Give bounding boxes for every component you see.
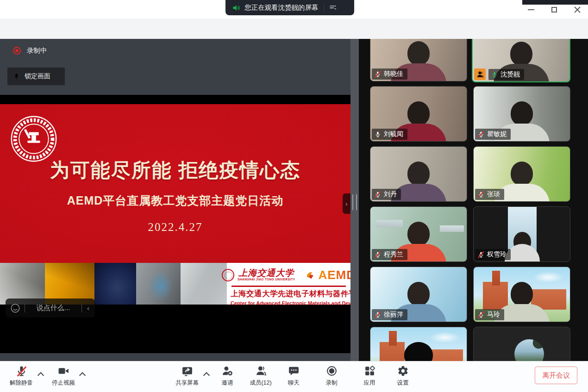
unmute-label: 解除静音 [10,379,33,387]
mic-muted-icon [375,70,381,78]
record-button[interactable]: 录制 [313,365,350,387]
recording-indicator: 录制中 [13,46,47,55]
participant-tile[interactable]: 刘丹 [370,146,467,202]
unmute-button[interactable]: 解除静音 [3,365,40,387]
invite-label: 邀请 [222,379,233,387]
corner-notch [522,0,588,5]
collapse-chat-icon[interactable]: ‹ [86,304,90,312]
participant-tile-active-speaker[interactable]: 沈赟靓 [472,39,570,82]
watching-banner: 您正在观看沈赟靓的屏幕 [225,0,354,15]
leave-meeting-button[interactable]: 离开会议 [535,367,577,384]
banner-divider [324,4,324,12]
apps-label: 应用 [364,379,375,387]
mic-muted-icon [375,251,381,258]
camera-icon [58,365,69,377]
chat-icon [288,365,300,377]
mic-muted-icon [478,191,484,198]
participant-tile[interactable]: 马玲 [473,267,570,322]
slide-date: 2022.4.27 [0,221,350,234]
maximize-button[interactable] [548,5,560,15]
members-label: 成员(12) [250,379,271,387]
platform-name-cn: 上海交通大学先进电子材料与器件平台 [231,289,347,299]
title-bar: 您正在观看沈赟靓的屏幕 [0,0,588,19]
lock-view-label: 锁定画面 [25,72,50,81]
members-button[interactable]: 成员(12) [242,365,279,387]
watching-banner-text: 您正在观看沈赟靓的屏幕 [244,3,319,12]
apps-icon [364,365,375,377]
recording-dot-icon [13,47,21,55]
participant-name-chip: 瞿敏妮 [475,129,511,140]
chat-label: 聊天 [288,379,300,387]
shared-screen-stage: 录制中 锁定画面 为可能尽所能 拒绝疫情心态 AEMD平台直属教工党支部主题党日… [0,39,350,361]
participant-tile[interactable]: 张琰 [473,146,570,202]
invite-icon [222,365,233,377]
stop-video-button[interactable]: 停止视频 [45,365,82,387]
participant-avatar [514,339,544,361]
settings-label: 设置 [397,379,409,387]
apps-button[interactable]: 应用 [351,365,388,387]
share-screen-label: 共享屏幕 [175,379,199,387]
settings-button[interactable]: 设置 [384,365,421,387]
participant-name: 刘丹 [384,190,397,199]
minimize-button[interactable] [525,5,537,15]
slide-subtitle: AEMD平台直属教工党支部主题党日活动 [0,193,350,208]
participant-name: 刘毓闻 [384,130,403,138]
participants-video-panel: 韩晓佳 沈赟靓 刘毓闻 瞿敏妮 [359,39,588,361]
mic-active-icon [491,71,498,78]
participant-tile[interactable] [370,327,467,361]
close-button[interactable] [571,5,583,15]
mic-muted-icon [478,251,484,258]
divider-grip-icon [352,194,357,210]
gear-icon [397,365,409,377]
chat-button[interactable]: 聊天 [275,365,312,387]
participant-name: 徐丽萍 [384,311,403,319]
participant-name: 程秀兰 [384,250,403,259]
participant-tile[interactable]: 韩晓佳 [370,39,467,81]
participant-name: 瞿敏妮 [487,130,507,138]
banner-menu-icon[interactable] [328,4,338,12]
mic-muted-icon [478,131,484,138]
participant-video [508,207,537,261]
participant-name: 马玲 [487,311,500,319]
meeting-toolbar: 01:45:33 演讲者视图 [0,19,588,39]
participant-name-chip: 徐丽萍 [372,309,407,320]
lock-view-button[interactable]: 锁定画面 [7,68,65,85]
mic-options-chevron[interactable] [38,372,44,377]
participant-tile[interactable]: 程秀兰 [370,206,467,262]
share-screen-button[interactable]: 共享屏幕 [169,365,206,387]
lab-photo-equipment [181,263,227,305]
chat-divider [81,304,82,312]
lab-photo-wafer [94,263,136,305]
participant-tile[interactable] [473,327,570,361]
participant-tile[interactable]: 瞿敏妮 [473,86,570,142]
chat-input[interactable]: 说点什么... [29,304,77,312]
participant-tile[interactable]: 刘毓闻 [370,86,467,142]
mic-on-icon [375,131,381,138]
mic-muted-icon [375,311,381,318]
stop-video-label: 停止视频 [52,379,75,387]
participant-tile[interactable]: 徐丽萍 [370,267,467,322]
members-icon [255,365,267,377]
invite-button[interactable]: 邀请 [209,365,246,387]
participant-name-chip: 沈赟靓 [488,69,524,80]
emoji-icon[interactable] [10,303,20,313]
meeting-app-window: 您正在观看沈赟靓的屏幕 01:45:33 演讲者视图 [0,0,588,392]
lab-photo-technician [136,263,181,305]
record-label: 录制 [326,379,338,387]
mic-muted-icon [16,365,27,377]
participant-name-chip: 刘毓闻 [372,129,407,140]
aemd-swoosh-icon [304,269,316,280]
video-options-chevron[interactable] [80,372,85,377]
slide-footer-logos: 上海交通大学 SHANGHAI JIAO TONG UNIVERSITY AEM… [227,263,350,305]
sidebar-expand-tab[interactable]: › [343,193,350,214]
mic-muted-icon [478,311,484,318]
meeting-controls-bar: 解除静音 停止视频 共享屏幕 邀请 成员(12) 聊天 录制 [0,361,588,392]
panel-resize-divider[interactable] [350,39,359,361]
participant-tile[interactable]: 权雪玲 [473,206,570,262]
participant-name-chip: 马玲 [475,309,504,320]
quick-chat-bar: 说点什么... ‹ [6,299,95,317]
participant-name: 权雪玲 [487,250,507,259]
recording-label: 录制中 [27,46,47,55]
participant-name: 韩晓佳 [384,70,403,78]
participant-name-chip: 韩晓佳 [372,68,407,80]
